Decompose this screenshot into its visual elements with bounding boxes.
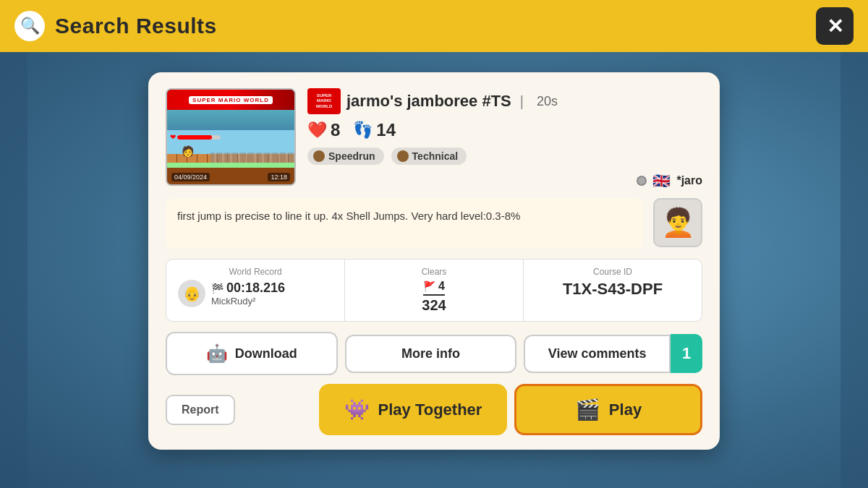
play-together-button[interactable]: 👾 Play Together <box>319 384 507 435</box>
description-text: first jump is precise to line it up. 4x … <box>166 198 643 249</box>
clears-denominator: 324 <box>422 297 446 314</box>
comments-wrapper: View comments 1 <box>524 334 702 373</box>
creator-row: 🇬🇧 *jaro <box>307 172 702 189</box>
clears-fraction: 🚩 4 324 <box>422 280 446 314</box>
thumbnail-time: 12:18 <box>268 173 290 181</box>
wr-time: 🏁 00:18.216 <box>211 281 285 296</box>
secondary-buttons-row: 🤖 Download More info View comments 1 <box>166 332 702 375</box>
wr-detail: 🏁 00:18.216 MickRudy² <box>211 281 285 307</box>
modal-card: SUPER MARIO WORLD ❤ 🧑 <box>148 72 720 450</box>
play-button[interactable]: 🎬 Play <box>514 384 702 435</box>
action-row: Report 👾 Play Together 🎬 Play <box>166 384 702 435</box>
world-record-cell: World Record 👴 🏁 00:18.216 MickRudy² <box>166 260 345 321</box>
description-area: first jump is precise to line it up. 4x … <box>166 198 702 249</box>
tag-row: Speedrun Technical <box>307 147 702 165</box>
play-icon: 🎬 <box>575 398 600 421</box>
wr-avatar: 👴 <box>178 280 205 307</box>
like-count: ❤️ 8 <box>307 120 340 140</box>
view-comments-button[interactable]: View comments <box>524 335 671 373</box>
game-badge-small: SUPERMARIOWORLD <box>307 88 341 114</box>
creator-name: *jaro <box>676 174 702 187</box>
clears-label: Clears <box>357 267 511 277</box>
clears-numerator: 🚩 4 <box>423 280 445 296</box>
clears-cell: Clears 🚩 4 324 <box>345 260 524 321</box>
page-title: Search Results <box>55 14 217 38</box>
course-stats-row: ❤️ 8 👣 14 <box>307 120 702 140</box>
tag-dot <box>313 150 325 162</box>
header-bar: 🔍 Search Results ✕ <box>0 0 868 52</box>
stats-bar: World Record 👴 🏁 00:18.216 MickRudy² Cle… <box>166 259 702 322</box>
close-button[interactable]: ✕ <box>816 7 854 45</box>
footprints-icon: 👣 <box>353 121 373 140</box>
comment-count-badge: 1 <box>671 334 702 373</box>
course-id-cell: Course ID T1X-S43-DPF <box>524 260 702 321</box>
play-together-icon: 👾 <box>344 398 370 421</box>
course-header: SUPER MARIO WORLD ❤ 🧑 <box>166 88 702 189</box>
download-icon: 🤖 <box>206 343 228 364</box>
wr-player: MickRudy² <box>211 296 285 307</box>
big-buttons: 👾 Play Together 🎬 Play <box>242 384 702 435</box>
search-icon: 🔍 <box>14 11 45 41</box>
clears-value: 🚩 4 324 <box>357 280 511 314</box>
creator-flag: 🇬🇧 <box>652 172 671 189</box>
game-logo: SUPER MARIO WORLD <box>167 90 294 110</box>
player-count: 👣 14 <box>353 120 396 140</box>
header-title-area: 🔍 Search Results <box>14 11 217 41</box>
heart-icon: ❤️ <box>307 121 327 140</box>
wr-row: 👴 🏁 00:18.216 MickRudy² <box>178 280 333 307</box>
creator-avatar: 🧑‍🦱 <box>653 198 702 247</box>
course-age: 20s <box>537 94 558 109</box>
side-decoration-right <box>841 52 868 488</box>
download-button[interactable]: 🤖 Download <box>166 332 338 375</box>
tag-speedrun: Speedrun <box>307 147 384 165</box>
more-info-button[interactable]: More info <box>345 335 517 373</box>
course-id-label: Course ID <box>535 267 690 277</box>
title-separator: | <box>520 93 524 110</box>
course-title: jarmo's jamboree #TS <box>346 92 511 111</box>
thumbnail-date: 04/09/2024 <box>171 173 210 181</box>
course-thumbnail: SUPER MARIO WORLD ❤ 🧑 <box>166 88 296 186</box>
tag-dot-2 <box>397 150 409 162</box>
course-title-row: SUPERMARIOWORLD jarmo's jamboree #TS | 2… <box>307 88 702 114</box>
report-button[interactable]: Report <box>166 395 235 425</box>
tag-technical: Technical <box>391 147 467 165</box>
online-status-dot <box>637 176 647 186</box>
course-info: SUPERMARIOWORLD jarmo's jamboree #TS | 2… <box>307 88 702 189</box>
course-id-value: T1X-S43-DPF <box>535 280 690 299</box>
side-decoration-left <box>0 52 27 488</box>
wr-label: World Record <box>178 267 333 277</box>
